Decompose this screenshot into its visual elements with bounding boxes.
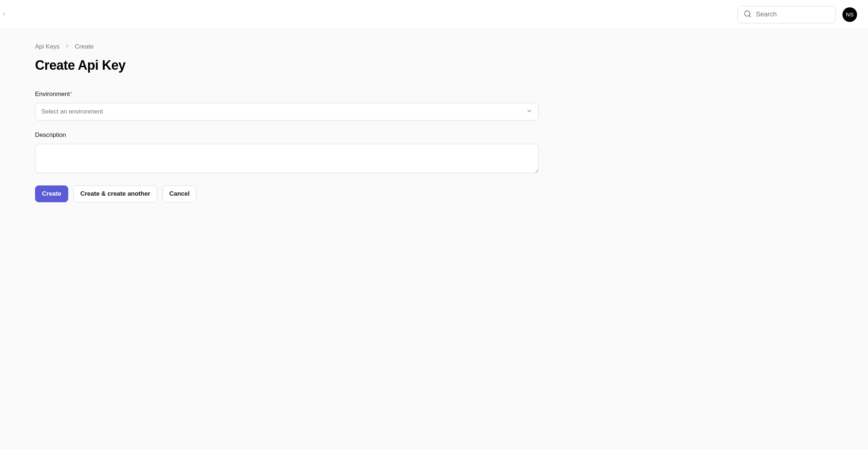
breadcrumb-parent[interactable]: Api Keys xyxy=(35,43,59,50)
environment-field-group: Environment* Select an environment xyxy=(35,91,539,120)
create-another-button[interactable]: Create & create another xyxy=(73,185,157,202)
description-field-group: Description xyxy=(35,131,539,174)
cancel-button[interactable]: Cancel xyxy=(162,185,197,202)
search-icon xyxy=(744,10,752,19)
description-label: Description xyxy=(35,131,539,139)
search-box[interactable] xyxy=(737,6,836,23)
chevron-down-icon xyxy=(526,108,533,116)
create-button[interactable]: Create xyxy=(35,185,68,202)
required-indicator: * xyxy=(70,91,72,96)
back-chevron-icon[interactable] xyxy=(0,6,8,23)
breadcrumb: Api Keys Create xyxy=(35,43,539,50)
environment-label-text: Environment xyxy=(35,91,70,97)
description-textarea[interactable] xyxy=(35,144,539,173)
svg-line-1 xyxy=(749,15,750,17)
main-content: Api Keys Create Create Api Key Environme… xyxy=(0,29,553,217)
action-buttons: Create Create & create another Cancel xyxy=(35,185,539,202)
breadcrumb-current: Create xyxy=(75,43,93,50)
environment-select-wrapper: Select an environment xyxy=(35,103,539,120)
page-title: Create Api Key xyxy=(35,58,539,73)
chevron-right-icon xyxy=(65,43,70,50)
user-avatar[interactable]: NS xyxy=(842,7,857,22)
environment-select[interactable]: Select an environment xyxy=(35,103,539,120)
environment-label: Environment* xyxy=(35,91,539,98)
search-input[interactable] xyxy=(756,11,830,18)
environment-select-placeholder: Select an environment xyxy=(41,108,103,115)
top-bar: NS xyxy=(0,0,868,29)
